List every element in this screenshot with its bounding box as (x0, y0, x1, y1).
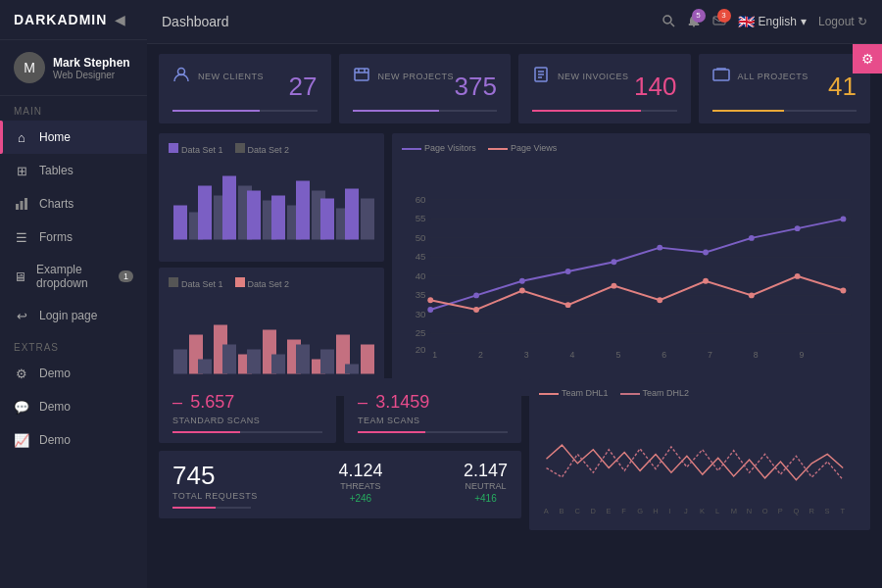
user-name: Mark Stephen (53, 56, 130, 70)
svg-point-80 (657, 245, 662, 251)
svg-rect-21 (222, 176, 236, 240)
all-projects-value: 41 (828, 72, 857, 102)
sidebar-label-dropdown: Example dropdown (36, 263, 109, 290)
legend-dot-4: Data Set 2 (235, 277, 290, 289)
svg-point-76 (473, 292, 479, 298)
svg-text:H: H (653, 507, 658, 515)
svg-text:K: K (700, 507, 705, 515)
svg-text:Q: Q (794, 507, 800, 515)
main-content: Dashboard 5 3 🇬🇧 English ▾ (147, 0, 882, 588)
svg-rect-17 (173, 206, 187, 240)
requests-label: TOTAL REQUESTS (172, 491, 258, 501)
svg-text:55: 55 (416, 213, 426, 223)
neutral-label: NEUTRAL (464, 481, 508, 491)
extras-section-label: Extras (0, 332, 147, 357)
svg-point-87 (519, 288, 525, 294)
svg-text:3: 3 (524, 350, 529, 360)
wave-legend: Team DHL1 Team DHL2 (539, 388, 860, 398)
svg-rect-39 (247, 350, 261, 374)
svg-point-93 (795, 273, 801, 279)
svg-text:F: F (621, 507, 626, 515)
svg-text:T: T (840, 507, 845, 515)
svg-text:6: 6 (662, 350, 666, 360)
sidebar-item-demo2[interactable]: 💬 Demo (0, 390, 147, 423)
svg-text:20: 20 (416, 344, 426, 355)
svg-text:C: C (575, 507, 581, 515)
svg-rect-8 (355, 69, 368, 80)
svg-point-79 (612, 259, 617, 265)
svg-rect-27 (296, 181, 310, 240)
invoices-label: NEW INVOICES (558, 72, 629, 81)
tables-icon: ⊞ (14, 163, 29, 178)
bar-charts-panel: Data Set 1 Data Set 2 (159, 133, 384, 396)
dropdown-badge: 1 (119, 270, 133, 282)
svg-text:60: 60 (416, 194, 426, 205)
svg-point-85 (427, 297, 433, 303)
stat-card-clients: NEW CLIENTS 27 (159, 54, 331, 123)
bell-badge: 5 (692, 9, 706, 23)
svg-text:O: O (762, 507, 768, 515)
svg-rect-47 (345, 365, 359, 374)
bar-chart-top: Data Set 1 Data Set 2 (159, 133, 384, 262)
line-legend-views: Page Views (488, 143, 557, 153)
sidebar-item-login[interactable]: ↩ Login page (0, 299, 147, 332)
home-icon: ⌂ (14, 129, 29, 145)
wave-chart-svg: A B C D E F G H I J K L M N O (539, 404, 860, 518)
bar-chart-bottom: Data Set 1 Data Set 2 (159, 268, 384, 396)
svg-text:R: R (809, 507, 815, 515)
settings-button[interactable]: ⚙ (853, 44, 882, 74)
demo1-icon: ⚙ (14, 366, 29, 381)
logout-button[interactable]: Logout ↻ (818, 15, 867, 28)
line-chart-panel: Page Visitors Page Views 60 55 50 45 40 … (392, 133, 870, 396)
sidebar-label-demo3: Demo (39, 433, 71, 447)
envelope-icon[interactable]: 3 (712, 14, 726, 30)
svg-text:9: 9 (800, 350, 805, 360)
brand-name: DARKADMIN (14, 12, 107, 27)
svg-point-83 (795, 225, 801, 231)
svg-rect-23 (247, 191, 261, 240)
brand: DARKADMIN ◀ (0, 0, 147, 40)
svg-text:50: 50 (416, 232, 426, 243)
svg-text:25: 25 (416, 327, 426, 338)
team-scans-card: – 3.1459 TEAM SCANS (344, 378, 521, 443)
language-selector[interactable]: 🇬🇧 English ▾ (738, 14, 807, 29)
total-requests: 745 TOTAL REQUESTS (172, 461, 258, 509)
svg-rect-48 (361, 345, 374, 374)
sidebar-item-forms[interactable]: ☰ Forms (0, 220, 147, 254)
requests-card: 745 TOTAL REQUESTS 4.124 THREATS +246 2.… (159, 451, 521, 518)
bell-icon[interactable]: 5 (687, 14, 701, 30)
projects-value: 375 (455, 72, 497, 102)
invoices-icon (532, 66, 550, 87)
svg-rect-33 (173, 350, 187, 374)
svg-point-89 (612, 283, 617, 289)
svg-rect-45 (320, 350, 334, 374)
login-icon: ↩ (14, 308, 29, 323)
charts-icon (14, 196, 29, 212)
svg-rect-29 (320, 199, 334, 240)
sidebar-item-dropdown[interactable]: 🖥 Example dropdown 1 (0, 254, 147, 299)
user-role: Web Designer (53, 70, 130, 80)
topbar: Dashboard 5 3 🇬🇧 English ▾ (147, 0, 882, 44)
threats-value: 4.124 (338, 461, 382, 481)
team-scans-value: – 3.1459 (358, 388, 508, 414)
sidebar-item-charts[interactable]: Charts (0, 187, 147, 220)
search-icon[interactable] (662, 14, 675, 30)
bottom-row: – 5.657 STANDARD SCANS – 3.1459 TEAM S (159, 378, 870, 530)
sidebar-item-demo3[interactable]: 📈 Demo (0, 423, 147, 457)
svg-text:P: P (778, 507, 783, 515)
flag-icon: 🇬🇧 (738, 14, 755, 29)
sidebar-item-home[interactable]: ⌂ Home (0, 121, 147, 154)
bottom-left: – 5.657 STANDARD SCANS – 3.1459 TEAM S (159, 378, 521, 530)
sidebar-item-tables[interactable]: ⊞ Tables (0, 154, 147, 187)
clients-value: 27 (289, 72, 318, 102)
svg-rect-1 (21, 201, 24, 210)
svg-text:5: 5 (615, 350, 620, 360)
bar-legend-bottom: Data Set 1 Data Set 2 (169, 277, 374, 289)
sidebar-toggle[interactable]: ◀ (115, 12, 125, 27)
topbar-actions: 5 3 🇬🇧 English ▾ Logout ↻ (662, 14, 867, 30)
svg-point-78 (565, 269, 571, 274)
sidebar-label-login: Login page (39, 309, 97, 322)
sidebar-item-demo1[interactable]: ⚙ Demo (0, 357, 147, 390)
svg-point-84 (841, 216, 847, 221)
sidebar-label-demo2: Demo (39, 400, 71, 414)
